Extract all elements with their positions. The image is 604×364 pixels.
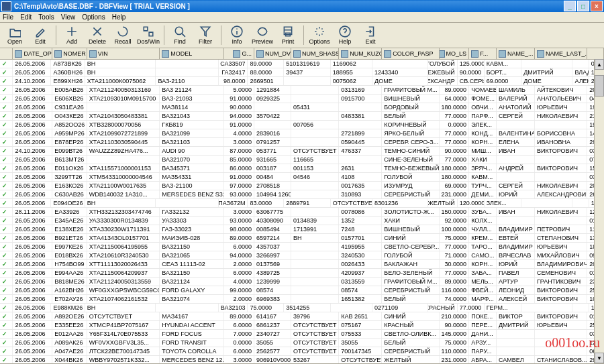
scroll-up-arrow[interactable]: ▲ (595, 59, 604, 70)
table-row[interactable]: ✓26.05.2006А873ВК26ВНСА3350789.000051013… (0, 60, 604, 68)
table-row[interactable]: ✓26.05.2006Е345АЕ26УАЗ330300R0134839УАЗ3… (0, 217, 604, 225)
cell: КОРН... (469, 138, 497, 146)
col-header[interactable]: MODEL (160, 48, 224, 59)
menu-file[interactable]: File (3, 13, 13, 21)
table-row[interactable]: ✓26.05.2006Е094ОЕ26ВНПАЗ672М83.000028897… (0, 199, 604, 208)
toolbar-preview[interactable]: Preview (250, 24, 274, 46)
table-row[interactable]: ✓26.05.2006А959МР26ХТА21099072721899ВА32… (0, 129, 604, 138)
col-header[interactable]: NUM_SHASSY (291, 48, 339, 59)
table-row[interactable]: ✓26.05.2006А047АЕ26ЛТСК22ВЕ700147345TOYO… (0, 347, 604, 356)
col-header[interactable]: VIN (87, 48, 160, 59)
cell: 3570422 (254, 112, 291, 120)
toolbar-exit[interactable]: Exit (358, 24, 383, 46)
toolbar-info[interactable]: Info (225, 24, 249, 46)
toolbar-print[interactable]: Print (276, 24, 300, 46)
col-header[interactable]: NOMER (52, 48, 87, 59)
menu-help[interactable]: Help (112, 13, 126, 21)
cell: 26.05.2006 (13, 217, 52, 225)
toolbar-find[interactable]: Find (168, 24, 192, 46)
cell: ГРАФИТОВЫЙ М... (382, 278, 439, 286)
table-row[interactable]: ✓26.05.2006Е988КМ26ВНВА3210375.000035142… (0, 304, 604, 312)
table-row[interactable]: ✓26.05.2006Е335ЕЕ26ХТМСР41ВР7075167HYUND… (0, 321, 604, 330)
table-row[interactable]: ✓26.05.2006Е138ХЕ26ХТА330230W1711391ГАЗ-… (0, 225, 604, 234)
cell: 150.0000 (440, 208, 469, 216)
cell (521, 304, 572, 312)
table-row[interactable]: ✓26.05.2006З299ТТ26ХТМ543310000004546МАЗ… (0, 173, 604, 182)
table-row[interactable]: ✓26.05.2006В921ЕТ26ХТА41343OL0157701МАИЭ… (0, 234, 604, 243)
maximize-button[interactable]: □ (577, 1, 589, 11)
table-row[interactable]: ✓26.05.2006А852ОО26ХТВ328000070056ГКБ819… (0, 121, 604, 129)
close-button[interactable]: × (591, 1, 603, 11)
cell (291, 251, 339, 259)
table-row[interactable]: ✓26.05.2006Е018ВХ26ХТА210610R3240530ВА32… (0, 251, 604, 260)
table-row[interactable]: ✓26.05.2006Е606ХВ26XTA21093010M0915700ВА… (0, 95, 604, 103)
table-row[interactable]: ✓26.05.2006Е994АА26ХТА21150064209937ВА32… (0, 269, 604, 278)
toolbar-edit[interactable]: Edit (28, 24, 52, 46)
toolbar-help[interactable]: Help (333, 24, 357, 46)
check-icon: ✓ (2, 174, 9, 180)
toolbar-recall[interactable]: Recall (111, 24, 135, 46)
cell: ВА3-2110 (156, 77, 219, 85)
table-row[interactable]: ✓26.05.2006С630АВ26WDB140032 1A310...MER… (0, 190, 604, 199)
table-row[interactable]: ✓26.05.2006Н754ВО99ХТТ11113020026433СЕАЗ… (0, 260, 604, 269)
table-row[interactable]: ✓26.05.2006В613МТ26ВА32107085.0000931665… (0, 156, 604, 164)
toolbar-doswin[interactable]: Dos/Win (136, 24, 160, 46)
col-header[interactable]: DATE_OP (13, 48, 52, 59)
table-row[interactable]: ✓26.05.2006Х044ВК26WBBY9702571K332...MER… (0, 356, 604, 363)
cell: ВА32103 (219, 304, 248, 312)
menu-options[interactable]: Options (82, 13, 105, 21)
col-header[interactable]: MO_LS (440, 48, 469, 59)
table-row[interactable]: ✓26.05.2006Е997КЕ26ХТА21150064195955ВА32… (0, 243, 604, 251)
col-header[interactable] (0, 48, 13, 59)
col-header[interactable]: NUM_DVIG (254, 48, 291, 59)
row-marker: ✓ (0, 164, 13, 172)
table-row[interactable]: ✓26.05.2006А089АК26WF0VXXGBFV3L35...FORD… (0, 339, 604, 347)
table-row[interactable]: ✓26.05.2006О043КЕ26ХТА21043050483381ВА32… (0, 112, 604, 121)
cell: 26.05.2006 (13, 112, 52, 120)
scroll-down-arrow[interactable]: ▼ (595, 353, 604, 363)
col-header[interactable]: NUM_KUZOV (339, 48, 382, 59)
cell: ЧОМАЕВ (469, 86, 497, 94)
table-row[interactable]: ✓26.05.2006Е012АА26Y65F314L70E075533FORD… (0, 330, 604, 339)
toolbar-options[interactable]: Options (307, 24, 332, 46)
menu-edit[interactable]: Edit (20, 13, 32, 21)
scroll-thumb[interactable] (595, 75, 604, 97)
cell: А892ОЕ26 (52, 312, 87, 320)
cell: 906910V0001104 (254, 356, 291, 363)
cell: 77.0000 (440, 112, 469, 120)
table-row[interactable]: ✓26.05.2006Е011ОК26ХТА115571000001153ВА3… (0, 164, 604, 173)
table-row[interactable]: ✓26.05.2006Е702АУ26ХТА21074062161532ВА32… (0, 295, 604, 304)
grid-body[interactable]: ✓26.05.2006А873ВК26ВНСА3350789.000051013… (0, 60, 604, 363)
cell: FORD TRANSIT (160, 339, 224, 347)
table-row[interactable]: ✓24.10.2006Е899ХН26ХТА211000К0075062ВА3-… (0, 77, 604, 86)
table-row[interactable]: ✓26.05.2006А892ОЕ26ОТСУТСТВУЕТМАЗ416789.… (0, 312, 604, 321)
table-row[interactable]: ✓26.05.2006Е005АВ26ХТА211240050313169ВА3… (0, 86, 604, 95)
col-header[interactable]: F... (469, 48, 497, 59)
table-row[interactable]: ✓26.05.2006С931ЕА26МАЗ811490.000005431БО… (0, 103, 604, 112)
table-row[interactable]: ✓26.05.2006Е163КО26XTA21100W0017635ВАЗ-2… (0, 182, 604, 190)
table-row[interactable]: ✓26.05.2006А360ВН26ВНГА3241788.000039437… (0, 68, 604, 77)
table-row[interactable]: ✓24.10.2006Е099ВТ26WAUZZZ89ZHA476...AUDI… (0, 147, 604, 156)
col-header[interactable] (587, 48, 604, 59)
toolbar-add[interactable]: Add (60, 24, 84, 46)
toolbar-label: Find (174, 38, 186, 45)
vertical-scrollbar[interactable]: ▲ ▼ (594, 59, 604, 363)
col-header[interactable]: NAME_LAST_... (535, 48, 587, 59)
minimize-button[interactable]: _ (564, 1, 576, 11)
toolbar-filter[interactable]: Filter (193, 24, 217, 46)
menu-view[interactable]: View (61, 13, 76, 21)
toolbar-open[interactable]: Open (3, 24, 27, 46)
table-row[interactable]: ✓26.05.2006Е878ЕР26ХТА21103030590445ВА32… (0, 138, 604, 147)
col-header[interactable]: G... (224, 48, 254, 59)
table-row[interactable]: ✓26.05.2006В818МЕ26ХТА211240050313559ВА3… (0, 278, 604, 286)
col-header[interactable]: NAME_... (497, 48, 535, 59)
cell: 26.05.2006 (13, 295, 52, 303)
cell (156, 60, 219, 68)
table-row[interactable]: ✓26.05.2006А162ВН26WF0GXXGPSWBCG59CG0FOR… (0, 286, 604, 295)
toolbar-delete[interactable]: Delete (85, 24, 109, 46)
table-row[interactable]: ✓28.11.2006ЕА33926ХТН332132303474746ГАЗ3… (0, 208, 604, 217)
cell (87, 156, 160, 164)
menu-tools[interactable]: Tools (38, 13, 54, 21)
col-header[interactable]: COLOR_PASP (382, 48, 439, 59)
cell: 1243340 (372, 68, 428, 76)
